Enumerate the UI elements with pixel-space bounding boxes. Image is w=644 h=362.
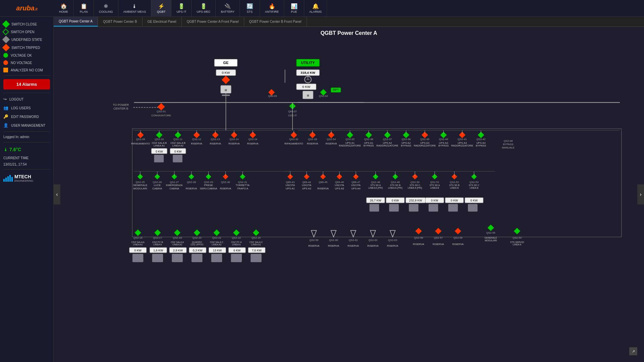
current-time-label: CURRENT TIME [0,155,53,161]
nav-antifire[interactable]: 🔥 ANTIFIRE [260,0,284,17]
svg-text:QS2-49: QS2-49 [391,181,400,184]
svg-text:QS2-14: QS2-14 [229,138,239,141]
ups-it-icon: 🔋 [178,3,185,9]
svg-rect-230 [213,230,220,236]
logged-in-info: Logged In: admin [0,133,53,140]
svg-text:RISERVA: RISERVA [413,243,424,246]
svg-text:RADDRIZZATORE: RADDRIZZATORE [414,144,436,147]
nav-cooling[interactable]: ❄ COOLING [94,0,118,17]
svg-text:QS2-17: QS2-17 [153,236,162,239]
svg-text:Q89-03: Q89-03 [268,95,277,98]
svg-text:CDZ SALA C: CDZ SALA C [210,241,223,243]
svg-text:RISERVA: RISERVA [220,187,231,190]
sidebar-edit-password[interactable]: 🔑 EDIT PASSWORD [0,112,53,121]
svg-text:QS2-42: QS2-42 [476,138,485,141]
logo-text: aruba.it [16,4,37,12]
logo: aruba.it [0,4,54,12]
nav-ambient[interactable]: 🌡 AMBIENT MEAS [118,0,152,17]
logout-icon: ↪ [3,97,7,102]
svg-text:QS2-48: QS2-48 [371,181,380,184]
no-voltage-icon [3,60,8,65]
svg-text:RISERVA: RISERVA [367,244,379,247]
svg-text:RISERVA: RISERVA [186,187,197,190]
svg-marker-254 [331,230,336,237]
svg-text:QS2-53: QS2-53 [470,181,479,184]
svg-text:EMERGENZA: EMERGENZA [166,184,183,187]
analyzer-icon [3,68,8,72]
svg-text:CDZ UFFICI: CDZ UFFICI [191,243,203,246]
corner-scroll-arrow[interactable]: ↗ [629,347,637,355]
sidebar-divider-4 [3,142,50,142]
tab-front-b[interactable]: QGBT Power Center B Front Panel [244,17,307,26]
nav-plan[interactable]: 📋 PLAN [74,0,94,17]
svg-rect-223 [194,230,200,236]
svg-text:CDZ PC B: CDZ PC B [152,241,163,243]
svg-text:QS2-38: QS2-38 [401,138,411,141]
tab-front-a[interactable]: QGBT Power Center A Front Panel [182,17,244,26]
svg-rect-215 [152,254,163,262]
nav-qgbt[interactable]: ⚡ QGBT [151,0,171,17]
svg-text:0 KW: 0 KW [174,150,182,153]
main-content: QGBT Power Center A ‹ › GE 0 KW [54,27,644,362]
svg-text:QS2-35: QS2-35 [345,138,355,141]
svg-text:LINEA B: LINEA B [470,187,478,189]
svg-text:0 KW: 0 KW [134,249,142,252]
svg-rect-237 [233,230,239,236]
nav-sts[interactable]: 🔄 STS [240,0,260,17]
svg-text:MANUALE: MANUALE [502,146,515,149]
svg-text:QS2-63: QS2-63 [388,239,397,242]
svg-text:RISERVA: RISERVA [387,244,398,247]
svg-text:STS SD A: STS SD A [370,184,381,186]
nav-alarms[interactable]: 🔔 ALARMS [304,0,327,17]
nav-home[interactable]: 🏠 HOME [54,0,74,17]
battery-icon: 🔌 [224,3,231,9]
svg-rect-35 [158,103,165,110]
nav-ups-it[interactable]: 🔋 UPS IT [171,0,192,17]
svg-text:LINEA A: LINEA A [232,243,241,246]
svg-text:QS2-32: QS2-32 [289,138,299,141]
sidebar-user-management[interactable]: 👤 USER MANAGEMENT [0,121,53,130]
sidebar-log-users[interactable]: 👥 LOG USERS [0,104,53,112]
svg-text:UTILITY: UTILITY [301,61,315,65]
svg-text:CENTER B: CENTER B [113,107,128,110]
legend-voltage-ok: VOLTAGE OK [0,52,53,59]
svg-text:26,7 KW: 26,7 KW [370,199,381,202]
svg-text:QS2-18: QS2-18 [173,236,182,239]
svg-text:QS2-13: QS2-13 [211,138,220,141]
antifire-icon: 🔥 [269,3,275,9]
svg-text:QS2-59: QS2-59 [309,239,318,242]
sidebar-logout[interactable]: ↪ LOGOUT [0,95,53,104]
sidebar-divider-3 [3,131,50,132]
svg-text:LINEA A: LINEA A [153,243,162,246]
svg-text:CABINA: CABINA [152,187,162,190]
tab-ge-panel[interactable]: GE Electrical Panel [143,17,182,26]
svg-text:QS2-56: QS2-56 [414,236,423,239]
mtech-text-container: MTECH ENGINEERING [14,174,33,182]
svg-text:RISERVA: RISERVA [328,244,339,247]
svg-text:GENERALE: GENERALE [133,184,148,187]
svg-text:LINEA A (PRI): LINEA A (PRI) [408,187,422,189]
tabbar: QGBT Power Center A QGBT Power Center B … [54,17,644,27]
nav-battery[interactable]: 🔌 BATTERY [216,0,240,17]
svg-text:6 KW: 6 KW [233,249,241,252]
svg-text:QS2-12: QS2-12 [192,138,201,141]
svg-text:QS2-29: QS2-29 [204,181,213,184]
tab-qgbt-b[interactable]: QGBT Power Center B [98,17,143,26]
nav-ups-mec[interactable]: 🔋 UPS MEC [192,0,216,17]
svg-text:BYPASS: BYPASS [476,144,486,147]
page-title: QGBT Power Center A [57,30,641,36]
scroll-left-arrow[interactable]: ‹ [54,184,60,204]
legend-no-voltage: NO VOLTAGE [0,59,53,66]
svg-rect-70 [173,155,182,162]
svg-text:RPT: RPT [333,88,339,92]
svg-text:QUADRO: QUADRO [192,241,202,244]
tab-qgbt-a[interactable]: QGBT Power Center A [54,17,98,26]
mtech-bar-2 [5,178,7,182]
svg-text:USCITA: USCITA [285,184,295,187]
nav-pue[interactable]: 📊 PUE [284,0,304,17]
ups-mec-icon: 🔋 [200,3,207,9]
mtech-logo: MTECH ENGINEERING [0,171,53,185]
svg-text:QS2-15: QS2-15 [252,236,261,239]
alarms-badge[interactable]: 14 Alarms [3,79,50,89]
svg-text:RIFASAMENTO: RIFASAMENTO [284,142,303,145]
